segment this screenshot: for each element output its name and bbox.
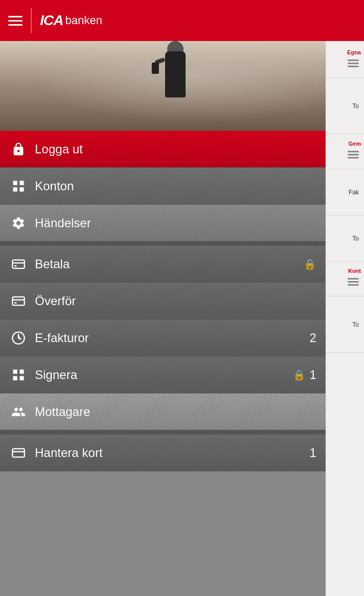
- card-icon: [9, 444, 28, 462]
- sidebar-fak-label: Fak: [347, 187, 361, 198]
- mottagare-label: Mottagare: [35, 405, 316, 419]
- payment-icon: [9, 255, 28, 273]
- sidebar-label-kont: Kont: [329, 268, 361, 274]
- hantera-kort-label: Hantera kort: [35, 446, 306, 460]
- sidebar-section-to-1: To: [326, 78, 364, 134]
- signera-lock-icon: 🔒: [293, 369, 306, 381]
- sidebar-to-label-3: To: [350, 319, 361, 330]
- hero-image: [0, 41, 326, 131]
- sidebar-section-egna: Egna: [326, 41, 364, 78]
- betala-label: Betala: [35, 257, 299, 271]
- menu-item-e-fakturor[interactable]: E-fakturor 2: [0, 320, 326, 356]
- signera-icon: [9, 366, 28, 384]
- sidebar-menu-icon-1[interactable]: [331, 59, 359, 67]
- svg-rect-3: [14, 302, 17, 303]
- handelser-label: Händelser: [35, 216, 316, 230]
- signera-label: Signera: [35, 368, 289, 382]
- gear-icon: [9, 214, 28, 232]
- people-icon: [9, 403, 28, 421]
- sidebar-to-label-1: To: [350, 101, 361, 112]
- logo: ICA banken: [40, 12, 102, 29]
- right-sidebar: Egna To Gem Fak To Kont To: [326, 41, 364, 596]
- menu-item-logga-ut[interactable]: Logga ut: [0, 131, 326, 168]
- menu-spacer-1: [0, 242, 326, 246]
- menu-item-konton[interactable]: Konton: [0, 168, 326, 205]
- svg-rect-1: [14, 265, 17, 266]
- sidebar-label-gem: Gem: [329, 141, 361, 147]
- main-menu: Logga ut Konton Händelser Betala 🔒 Överf…: [0, 131, 326, 471]
- logo-banken-text: banken: [65, 14, 102, 27]
- transfer-icon: [9, 292, 28, 310]
- betala-lock-icon: 🔒: [304, 258, 316, 270]
- menu-item-overfr[interactable]: Överför: [0, 283, 326, 320]
- sidebar-to-label-2: To: [350, 233, 361, 244]
- header: ICA banken: [0, 0, 364, 41]
- menu-spacer-2: [0, 430, 326, 434]
- hantera-kort-badge: 1: [310, 446, 316, 460]
- sidebar-section-kont: Kont: [326, 262, 364, 296]
- sidebar-section-to-2: To: [326, 215, 364, 262]
- header-divider: [31, 8, 32, 33]
- overfr-label: Överför: [35, 294, 316, 308]
- sidebar-label-egna: Egna: [329, 49, 361, 55]
- logga-ut-label: Logga ut: [35, 142, 316, 156]
- logo-ica-text: ICA: [40, 12, 63, 29]
- e-fakturor-label: E-fakturor: [35, 331, 306, 345]
- menu-item-betala[interactable]: Betala 🔒: [0, 246, 326, 283]
- hamburger-menu-button[interactable]: [8, 16, 23, 26]
- menu-item-handelser[interactable]: Händelser: [0, 205, 326, 242]
- sidebar-section-to-3: To: [326, 296, 364, 353]
- e-fakturor-badge: 2: [310, 331, 316, 345]
- sidebar-section-fak: Fak: [326, 169, 364, 215]
- sidebar-menu-icon-2[interactable]: [331, 151, 359, 158]
- menu-item-mottagare[interactable]: Mottagare: [0, 393, 326, 430]
- svg-rect-5: [12, 448, 24, 456]
- hero-figure: [145, 41, 206, 131]
- lock-icon: [9, 140, 28, 158]
- svg-rect-0: [12, 260, 24, 268]
- grid-icon: [9, 177, 28, 195]
- sidebar-section-gem: Gem: [326, 134, 364, 169]
- menu-item-hantera-kort[interactable]: Hantera kort 1: [0, 434, 326, 471]
- sidebar-menu-icon-3[interactable]: [331, 278, 359, 286]
- signera-badge: 1: [310, 368, 316, 382]
- konton-label: Konton: [35, 179, 316, 193]
- efaktura-icon: [9, 329, 28, 347]
- svg-rect-2: [12, 296, 24, 305]
- menu-item-signera[interactable]: Signera 🔒 1: [0, 356, 326, 393]
